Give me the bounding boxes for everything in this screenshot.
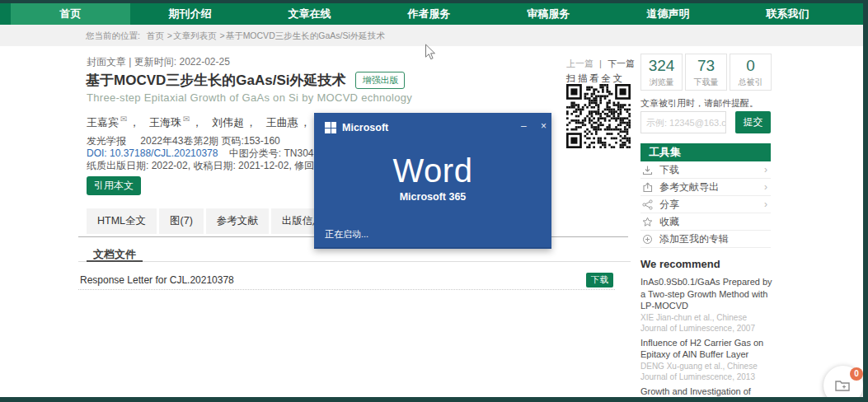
article-title: 基于MOCVD三步生长的GaAs/Si外延技术	[86, 72, 345, 88]
window-edge-top	[0, 0, 868, 3]
author-name[interactable]: 王嘉宾	[87, 116, 119, 129]
article-stats: 324 浏览量 73 下载量 0 总被引	[640, 54, 772, 91]
stat-box: 324 浏览量	[640, 54, 683, 91]
tool-item[interactable]: 收藏	[640, 213, 771, 231]
nav-item[interactable]: 期刊介绍	[130, 3, 250, 25]
article-title-en: Three-step Epitaxial Growth of GaAs on S…	[87, 91, 412, 104]
recommend-item-title[interactable]: Growth and Investigation of	[640, 386, 776, 398]
document-file-name: Response Letter for CJL.20210378	[80, 274, 234, 286]
email-input[interactable]	[640, 111, 726, 133]
stat-label: 下载量	[686, 77, 726, 88]
documents-divider	[78, 261, 631, 262]
author[interactable]: 王海珠✉，	[149, 116, 209, 129]
chevron-right-icon: ›	[764, 181, 767, 193]
submit-email-button[interactable]: 提交	[735, 111, 771, 133]
chevron-right-icon: ›	[764, 164, 767, 175]
article-title-row: 基于MOCVD三步生长的GaAs/Si外延技术增强出版	[86, 71, 405, 90]
scan-fulltext-label: 扫描看全文	[566, 72, 625, 85]
main-nav: 首页 期刊介绍 文章在线 作者服务 审稿服务 道德声明 联系我们	[0, 3, 868, 25]
author[interactable]: 王曲惠✉，	[266, 116, 317, 129]
stat-box: 0 总被引	[730, 54, 772, 91]
tool-label[interactable]: 分享	[659, 198, 679, 212]
chevron-right-icon: ›	[764, 199, 767, 210]
minimize-button[interactable]: –	[521, 120, 527, 132]
recommend-title: We recommend	[640, 258, 776, 270]
author[interactable]: 刘伟超✉，	[212, 116, 263, 129]
tool-label[interactable]: 添加至我的专辑	[659, 232, 729, 246]
nav-item[interactable]: 审稿服务	[489, 3, 608, 25]
word-splash-window: Microsoft – × Word Microsoft 365 正在启动...	[314, 113, 551, 249]
close-button[interactable]: ×	[541, 120, 547, 132]
article-tabs: HTML全文 图(7) 参考文献 出版信息	[87, 208, 334, 234]
stat-value: 73	[686, 57, 726, 75]
author-name[interactable]: 王海珠	[149, 116, 181, 129]
author-separator: ，	[129, 116, 139, 129]
share-icon	[642, 199, 653, 210]
recommend-section: We recommend InAs0.9Sb0.1/GaAs Prepared …	[640, 258, 776, 400]
toolbox-header: 工具集	[640, 143, 771, 161]
breadcrumb-separator: >	[219, 30, 224, 40]
word-starting-status: 正在启动...	[325, 228, 368, 241]
breadcrumb-prefix: 您当前的位置:	[86, 30, 143, 40]
nav-item[interactable]: 首页	[11, 3, 130, 25]
tool-label[interactable]: 下载	[659, 163, 679, 177]
album-icon	[642, 234, 653, 245]
nav-item[interactable]: 道德声明	[608, 3, 728, 25]
enhanced-publication-badge[interactable]: 增强出版	[355, 72, 405, 89]
add-folder-icon	[835, 379, 852, 392]
author-name[interactable]: 刘伟超	[212, 116, 244, 129]
next-article-link[interactable]: 下一篇	[608, 58, 635, 68]
mouse-cursor	[425, 44, 436, 61]
qr-code	[566, 84, 631, 148]
nav-item[interactable]: 联系我们	[728, 3, 847, 25]
breadcrumb-link[interactable]: 首页	[147, 30, 164, 40]
toolbox: 工具集 下载 › 参考文献导出 › 分享 › 收藏 添加至我的专辑	[640, 143, 771, 248]
tool-item[interactable]: 参考文献导出 ›	[640, 179, 771, 196]
stat-label: 浏览量	[641, 77, 682, 88]
tool-item[interactable]: 分享 ›	[640, 196, 771, 213]
stat-box: 73 下载量	[685, 54, 727, 91]
recommend-item: Influence of H2 Carrier Gas on Epitaxy o…	[640, 337, 776, 383]
stat-label: 总被引	[730, 77, 771, 88]
dates-line: 纸质出版日期: 2022-02, 收稿日期: 2021-12-02, 修回日期	[87, 159, 334, 173]
cite-article-button[interactable]: 引用本文	[87, 176, 141, 195]
tool-label[interactable]: 收藏	[659, 215, 679, 229]
doi-link[interactable]: 10.37188/CJL.20210378	[110, 147, 218, 159]
author[interactable]: 王嘉宾✉，	[87, 116, 146, 129]
article-pager: 上一篇 | 下一篇	[566, 58, 635, 70]
article-tab[interactable]: HTML全文	[87, 208, 157, 234]
tool-item[interactable]: 下载 ›	[640, 161, 771, 179]
microsoft-brand-text: Microsoft	[342, 122, 388, 133]
prev-article-link[interactable]: 上一篇	[566, 58, 594, 68]
notification-badge: 0	[850, 367, 863, 381]
pager-separator: |	[599, 58, 602, 68]
recommend-item-source: DENG Xu-guang et al., Chinese Journal of…	[640, 361, 776, 383]
star-icon	[642, 217, 653, 227]
tool-item[interactable]: 添加至我的专辑	[640, 231, 771, 248]
document-download-button[interactable]: 下载	[586, 273, 613, 287]
microsoft-logo-icon	[325, 122, 336, 133]
breadcrumb-link[interactable]: 基于MOCVD三步生长的GaAs/Si外延技术	[226, 30, 385, 40]
clc-number: 中图分类号: TN304.2	[229, 147, 322, 159]
email-icon[interactable]: ✉	[120, 115, 127, 124]
recommend-item-title[interactable]: Influence of H2 Carrier Gas on Epitaxy o…	[640, 337, 776, 361]
email-icon[interactable]: ✉	[183, 115, 190, 124]
journal-name[interactable]: 发光学报	[87, 135, 126, 147]
article-updated: 更新时间: 2022-02-25	[134, 56, 230, 68]
word-app-name: Word	[314, 152, 551, 189]
stat-value: 324	[641, 57, 682, 75]
article-tab[interactable]: 参考文献	[206, 208, 269, 234]
article-tab[interactable]: 图(7)	[159, 208, 204, 234]
breadcrumb-link[interactable]: 文章列表页	[173, 30, 217, 40]
tool-label[interactable]: 参考文献导出	[659, 180, 719, 194]
download-icon	[642, 165, 653, 175]
author-separator: ，	[191, 116, 202, 129]
author-name[interactable]: 王曲惠	[266, 116, 298, 129]
breadcrumb-separator: >	[167, 30, 172, 40]
article-meta: 封面文章 | 更新时间: 2022-02-25	[87, 55, 230, 69]
window-edge-right	[863, 0, 868, 402]
nav-item[interactable]: 文章在线	[250, 3, 369, 25]
recommend-item-title[interactable]: InAs0.9Sb0.1/GaAs Prepared by a Two-step…	[640, 276, 776, 312]
nav-item[interactable]: 作者服务	[369, 3, 489, 25]
recommend-item: Growth and Investigation of	[640, 386, 776, 398]
